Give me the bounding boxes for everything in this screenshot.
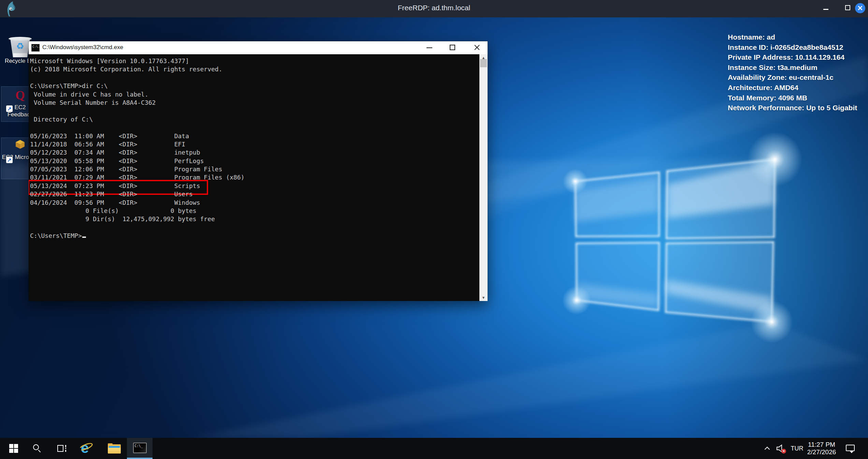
taskbar: e C:\_ ✕ TUR 11:27 PM 2/27/2026 xyxy=(0,438,868,459)
terminal-line xyxy=(30,124,479,132)
tray-show-hidden-icons-button[interactable] xyxy=(760,438,774,459)
mute-badge-icon: ✕ xyxy=(781,449,786,454)
clock-date: 2/27/2026 xyxy=(807,448,836,456)
system-info-line: Network Performance: Up to 5 Gigabit xyxy=(728,103,857,113)
terminal-line: 0 File(s) 0 bytes xyxy=(30,207,479,215)
terminal-line: 02/27/2026 11:23 PM <DIR> Users xyxy=(30,190,479,198)
terminal-line: 07/05/2023 12:06 PM <DIR> Program Files xyxy=(30,165,479,173)
cmd-minimize-button[interactable] xyxy=(426,47,432,48)
task-view-icon xyxy=(57,444,67,453)
cmd-titlebar[interactable]: C:\. C:\Windows\system32\cmd.exe xyxy=(29,41,488,54)
ec2-feedback-q-icon: Q xyxy=(15,88,25,102)
aws-cube-icon xyxy=(16,140,25,149)
cmd-taskbar-button-active[interactable]: C:\_ xyxy=(127,438,153,459)
terminal-line xyxy=(30,224,479,232)
terminal-line: 03/11/2021 07:29 AM <DIR> Program Files … xyxy=(30,173,479,182)
rdp-window-title: FreeRDP: ad.thm.local xyxy=(0,4,868,12)
search-icon xyxy=(33,444,42,453)
chevron-up-icon xyxy=(764,446,770,452)
system-info-line: Instance ID: i-0265d2ea8be8a4512 xyxy=(728,42,857,53)
terminal-line xyxy=(30,74,479,82)
terminal-line: Volume Serial Number is A8A4-C362 xyxy=(30,99,479,107)
rdp-maximize-button[interactable] xyxy=(845,5,850,10)
tray-language-indicator[interactable]: TUR xyxy=(789,438,805,459)
action-center-button[interactable] xyxy=(841,438,859,459)
cmd-icon: C:\. xyxy=(31,44,40,52)
system-info-line: Total Memory: 4096 MB xyxy=(728,93,857,103)
terminal-line-highlighted: 05/13/2024 07:23 PM <DIR> Scripts xyxy=(30,182,479,190)
rdp-close-button[interactable] xyxy=(855,3,865,13)
terminal-line xyxy=(30,107,479,115)
system-info-line: Architecture: AMD64 xyxy=(728,83,857,93)
system-info: Hostname: adInstance ID: i-0265d2ea8be8a… xyxy=(728,32,857,113)
rdp-minimize-button[interactable] xyxy=(823,9,828,10)
task-view-button[interactable] xyxy=(50,438,74,459)
tray-volume-button[interactable]: ✕ xyxy=(773,438,788,459)
search-button[interactable] xyxy=(26,438,48,459)
file-explorer-button[interactable] xyxy=(102,438,126,459)
terminal-scrollbar[interactable]: ▲ ▼ xyxy=(479,54,488,301)
internet-explorer-icon: e xyxy=(78,441,93,456)
scrollbar-thumb[interactable] xyxy=(480,59,487,67)
action-center-icon xyxy=(846,444,855,453)
shortcut-arrow-icon: ↗ xyxy=(6,157,13,163)
terminal-line: C:\Users\TEMP> xyxy=(30,232,479,240)
rdp-titlebar[interactable]: FreeRDP: ad.thm.local xyxy=(0,0,868,17)
system-info-line: Instance Size: t3a.medium xyxy=(728,62,857,73)
terminal-line: 05/16/2023 11:00 AM <DIR> Data xyxy=(30,132,479,140)
terminal-body[interactable]: Microsoft Windows [Version 10.0.17763.43… xyxy=(29,54,479,301)
folder-icon xyxy=(108,443,121,454)
terminal-line: C:\Users\TEMP>dir C:\ xyxy=(30,82,479,90)
terminal-line: Microsoft Windows [Version 10.0.17763.43… xyxy=(30,57,479,65)
scrollbar-down-icon[interactable]: ▼ xyxy=(479,294,488,301)
cmd-window: C:\. C:\Windows\system32\cmd.exe Microso… xyxy=(28,41,488,301)
internet-explorer-button[interactable]: e xyxy=(74,438,98,459)
system-info-line: Hostname: ad xyxy=(728,32,857,42)
cmd-window-title: C:\Windows\system32\cmd.exe xyxy=(42,44,123,51)
start-button[interactable] xyxy=(1,438,26,459)
terminal-cursor xyxy=(82,236,86,238)
windows-logo-icon xyxy=(9,444,18,453)
cmd-icon: C:\_ xyxy=(133,443,147,453)
system-info-line: Private IP Address: 10.114.129.164 xyxy=(728,52,857,62)
terminal-line: 04/16/2024 09:56 PM <DIR> Windows xyxy=(30,199,479,207)
cmd-close-button[interactable] xyxy=(474,44,480,51)
terminal-line: 9 Dir(s) 12,475,092,992 bytes free xyxy=(30,215,479,223)
cmd-maximize-button[interactable] xyxy=(450,45,455,50)
tray-clock[interactable]: 11:27 PM 2/27/2026 xyxy=(805,438,838,459)
terminal-line: (c) 2018 Microsoft Corporation. All righ… xyxy=(30,65,479,73)
terminal-line: Directory of C:\ xyxy=(30,115,479,124)
terminal-line: 11/14/2018 06:56 AM <DIR> EFI xyxy=(30,140,479,148)
terminal-line: 05/12/2023 07:34 AM <DIR> inetpub xyxy=(30,148,479,157)
terminal-line: Volume in drive C has no label. xyxy=(30,90,479,99)
terminal-line: 05/13/2020 05:58 PM <DIR> PerfLogs xyxy=(30,157,479,165)
system-info-line: Availability Zone: eu-central-1c xyxy=(728,72,857,83)
shortcut-arrow-icon: ↗ xyxy=(6,105,13,112)
terminal: Microsoft Windows [Version 10.0.17763.43… xyxy=(29,54,488,301)
clock-time: 11:27 PM xyxy=(808,441,835,448)
